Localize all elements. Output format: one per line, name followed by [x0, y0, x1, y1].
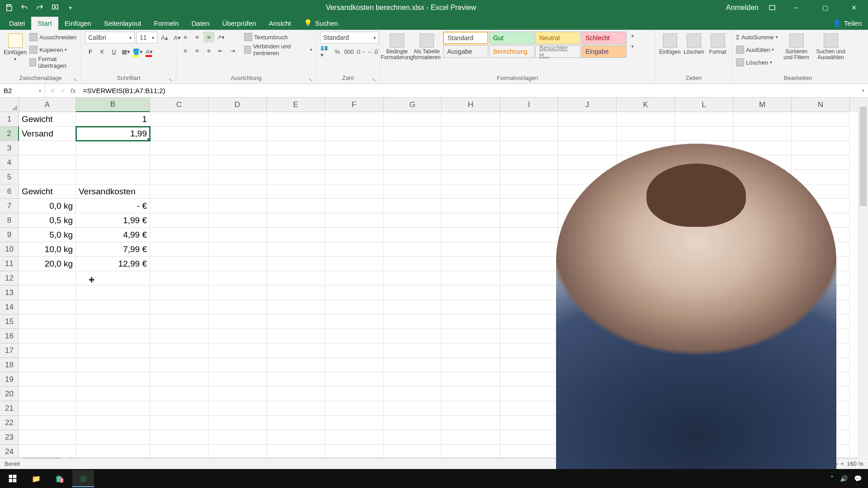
- cell-I17[interactable]: [500, 343, 558, 358]
- cell-H17[interactable]: [442, 343, 500, 358]
- cell-G23[interactable]: [383, 430, 442, 445]
- cell-E6[interactable]: [267, 184, 325, 199]
- tab-layout[interactable]: Seitenlayout: [98, 17, 148, 30]
- cell-C8[interactable]: [150, 213, 208, 228]
- cell-F18[interactable]: [325, 358, 383, 372]
- cell-F22[interactable]: [325, 416, 383, 430]
- column-header-F[interactable]: F: [325, 98, 383, 112]
- wrap-text-button[interactable]: Textumbruch: [244, 32, 312, 42]
- cell-E21[interactable]: [267, 401, 325, 416]
- cell-A2[interactable]: Versand: [19, 127, 76, 141]
- cell-G14[interactable]: [383, 300, 442, 314]
- cell-D12[interactable]: [208, 271, 267, 286]
- cut-button[interactable]: Ausschneiden: [29, 32, 77, 42]
- cell-J4[interactable]: [558, 155, 617, 170]
- tray-volume-icon[interactable]: 🔊: [840, 475, 848, 482]
- fill-button[interactable]: Ausfüllen▾: [736, 44, 778, 55]
- column-header-J[interactable]: J: [558, 98, 617, 112]
- cell-H14[interactable]: [442, 300, 500, 314]
- cell-G3[interactable]: [383, 141, 442, 155]
- fill-color-button[interactable]: 🪣▾: [132, 46, 143, 57]
- cell-E5[interactable]: [267, 170, 325, 184]
- cell-H18[interactable]: [442, 358, 500, 372]
- column-header-G[interactable]: G: [383, 98, 442, 112]
- bold-button[interactable]: F: [85, 46, 96, 57]
- style-ausgabe[interactable]: Ausgabe: [443, 45, 488, 58]
- cell-G20[interactable]: [383, 387, 442, 401]
- cell-H13[interactable]: [442, 286, 500, 300]
- cell-I9[interactable]: [500, 228, 558, 242]
- delete-cells-button[interactable]: Löschen: [683, 32, 704, 55]
- cell-H3[interactable]: [442, 141, 500, 155]
- cell-A20[interactable]: [19, 387, 76, 401]
- cell-D7[interactable]: [208, 199, 267, 213]
- file-explorer-button[interactable]: 📁: [25, 470, 47, 487]
- cell-B5[interactable]: [76, 170, 150, 184]
- cell-E3[interactable]: [267, 141, 325, 155]
- cell-B7[interactable]: - €: [76, 199, 150, 213]
- cell-D21[interactable]: [208, 401, 267, 416]
- cell-F5[interactable]: [325, 170, 383, 184]
- column-header-B[interactable]: B: [76, 98, 150, 112]
- cell-G17[interactable]: [383, 343, 442, 358]
- cell-I14[interactable]: [500, 300, 558, 314]
- cell-H12[interactable]: [442, 271, 500, 286]
- cell-B8[interactable]: 1,99 €: [76, 213, 150, 228]
- cell-H11[interactable]: [442, 257, 500, 271]
- cell-C23[interactable]: [150, 430, 208, 445]
- tab-review[interactable]: Überprüfen: [216, 17, 263, 30]
- cell-H6[interactable]: [442, 184, 500, 199]
- style-eingabe[interactable]: Eingabe: [581, 45, 627, 58]
- tray-notifications-icon[interactable]: 💬: [854, 475, 862, 482]
- cell-H19[interactable]: [442, 372, 500, 387]
- cell-E11[interactable]: [267, 257, 325, 271]
- italic-button[interactable]: K: [97, 46, 108, 57]
- row-header-6[interactable]: 6: [0, 184, 19, 199]
- tray-chevron-icon[interactable]: ˄: [830, 475, 834, 482]
- column-header-M[interactable]: M: [733, 98, 792, 112]
- align-right-button[interactable]: ≡: [203, 45, 214, 56]
- tab-view[interactable]: Ansicht: [263, 17, 297, 30]
- cell-D19[interactable]: [208, 372, 267, 387]
- cell-F21[interactable]: [325, 401, 383, 416]
- style-gut[interactable]: Gut: [489, 32, 534, 44]
- cell-E17[interactable]: [267, 343, 325, 358]
- font-name-combo[interactable]: Calibri▾: [85, 32, 135, 43]
- cell-I23[interactable]: [500, 430, 558, 445]
- cell-B23[interactable]: [76, 430, 150, 445]
- row-header-15[interactable]: 15: [0, 314, 19, 329]
- cell-C7[interactable]: [150, 199, 208, 213]
- cell-E20[interactable]: [267, 387, 325, 401]
- cell-E19[interactable]: [267, 372, 325, 387]
- cell-N4[interactable]: [792, 155, 850, 170]
- row-header-13[interactable]: 13: [0, 286, 19, 300]
- cell-F15[interactable]: [325, 314, 383, 329]
- cell-F14[interactable]: [325, 300, 383, 314]
- cell-G4[interactable]: [383, 155, 442, 170]
- row-header-21[interactable]: 21: [0, 401, 19, 416]
- tab-file[interactable]: Datei: [3, 17, 31, 30]
- cell-E16[interactable]: [267, 329, 325, 343]
- cell-F16[interactable]: [325, 329, 383, 343]
- cell-D23[interactable]: [208, 430, 267, 445]
- tab-home[interactable]: Start: [31, 17, 58, 30]
- cell-D5[interactable]: [208, 170, 267, 184]
- cell-E4[interactable]: [267, 155, 325, 170]
- cell-C3[interactable]: [150, 141, 208, 155]
- cell-D16[interactable]: [208, 329, 267, 343]
- save-icon[interactable]: [4, 2, 14, 13]
- cell-K1[interactable]: [617, 112, 675, 127]
- row-header-7[interactable]: 7: [0, 199, 19, 213]
- align-left-button[interactable]: ≡: [180, 45, 191, 56]
- cell-C12[interactable]: [150, 271, 208, 286]
- cell-L2[interactable]: [675, 127, 733, 141]
- number-format-combo[interactable]: Standard▾: [320, 32, 379, 43]
- cell-B12[interactable]: [76, 271, 150, 286]
- cell-B22[interactable]: [76, 416, 150, 430]
- styles-scroll-up[interactable]: ▴: [631, 32, 634, 38]
- column-header-L[interactable]: L: [675, 98, 733, 112]
- cell-C20[interactable]: [150, 387, 208, 401]
- cell-E9[interactable]: [267, 228, 325, 242]
- cell-H10[interactable]: [442, 242, 500, 257]
- cell-H9[interactable]: [442, 228, 500, 242]
